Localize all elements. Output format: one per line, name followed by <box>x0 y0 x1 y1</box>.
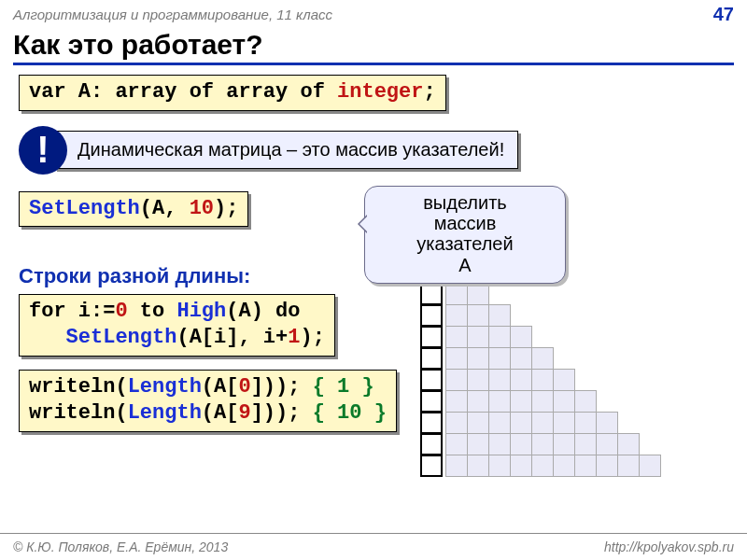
stair-row <box>420 347 554 370</box>
matrix-cell <box>510 347 532 370</box>
matrix-cell <box>510 390 532 413</box>
bubble-line: массив <box>373 213 557 233</box>
matrix-cell <box>467 433 489 455</box>
code-setlength: SetLength(A, 10); <box>19 191 248 228</box>
matrix-cell <box>488 304 511 327</box>
matrix-cell <box>445 412 468 434</box>
matrix-cell <box>467 326 489 348</box>
matrix-cell <box>445 347 468 370</box>
stair-row <box>420 283 489 305</box>
matrix-cell <box>510 369 532 391</box>
matrix-cell <box>574 390 597 413</box>
matrix-cell <box>596 412 618 434</box>
stair-row <box>420 412 618 434</box>
matrix-cell <box>445 455 468 477</box>
matrix-cell <box>617 455 640 477</box>
bubble-line: A <box>373 255 557 275</box>
callout-text: Динамическая матрица – это массив указат… <box>54 131 518 169</box>
matrix-cell <box>467 283 489 305</box>
bubble-line: выделить <box>373 192 557 213</box>
callout: ! Динамическая матрица – это массив указ… <box>19 126 728 175</box>
matrix-cell <box>531 347 554 370</box>
matrix-cell <box>596 433 618 455</box>
stair-row <box>420 390 597 413</box>
matrix-cell <box>531 390 554 413</box>
matrix-cell <box>445 390 468 413</box>
matrix-cell <box>467 369 489 391</box>
pointer-cell <box>420 455 443 477</box>
matrix-cell <box>488 412 511 434</box>
code-loop: for i:=0 to High(A) do SetLength(A[i], i… <box>19 294 335 357</box>
matrix-cell <box>639 455 661 477</box>
matrix-cell <box>467 347 489 370</box>
matrix-cell <box>445 369 468 391</box>
code-writeln: writeln(Length(A[0])); { 1 } writeln(Len… <box>19 370 397 432</box>
stair-row <box>420 304 511 327</box>
pointer-cell <box>420 347 443 370</box>
pointer-cell <box>420 390 443 413</box>
matrix-cell <box>488 347 511 370</box>
bubble-line: указателей <box>373 233 557 254</box>
matrix-cell <box>510 326 532 348</box>
matrix-cell <box>445 326 468 348</box>
matrix-cell <box>596 455 618 477</box>
matrix-cell <box>467 304 489 327</box>
matrix-cell <box>531 369 554 391</box>
matrix-cell <box>553 369 575 391</box>
matrix-cell <box>574 455 597 477</box>
staircase-diagram <box>420 261 728 485</box>
footer-authors: © К.Ю. Поляков, Е.А. Ерёмин, 2013 <box>13 539 228 554</box>
pointer-cell <box>420 304 443 327</box>
stair-row <box>420 326 532 348</box>
matrix-cell <box>510 412 532 434</box>
code-declaration: var A: array of array of integer; <box>19 75 446 111</box>
matrix-cell <box>553 390 575 413</box>
course-label: Алгоритмизация и программирование, 11 кл… <box>13 7 332 22</box>
matrix-cell <box>445 283 468 305</box>
matrix-cell <box>553 433 575 455</box>
pointer-cell <box>420 369 443 391</box>
matrix-cell <box>553 455 575 477</box>
matrix-cell <box>617 433 640 455</box>
matrix-cell <box>445 304 468 327</box>
pointer-cell <box>420 326 443 348</box>
pointer-cell <box>420 283 443 305</box>
matrix-cell <box>574 412 597 434</box>
matrix-cell <box>488 390 511 413</box>
matrix-cell <box>488 326 511 348</box>
matrix-cell <box>531 455 554 477</box>
matrix-cell <box>488 369 511 391</box>
bubble-note: выделить массив указателей A <box>364 186 566 285</box>
pointer-cell <box>420 412 443 434</box>
matrix-cell <box>488 433 511 455</box>
matrix-cell <box>553 412 575 434</box>
slide-title: Как это работает? <box>13 29 734 65</box>
matrix-cell <box>467 412 489 434</box>
stair-row <box>420 455 661 477</box>
matrix-cell <box>488 455 511 477</box>
matrix-cell <box>510 433 532 455</box>
stair-row <box>420 369 575 391</box>
page-number: 47 <box>713 4 734 25</box>
stair-row <box>420 433 640 455</box>
matrix-cell <box>445 433 468 455</box>
footer-url: http://kpolyakov.spb.ru <box>604 539 734 554</box>
matrix-cell <box>531 412 554 434</box>
matrix-cell <box>510 455 532 477</box>
matrix-cell <box>467 455 489 477</box>
pointer-cell <box>420 433 443 455</box>
exclamation-icon: ! <box>19 126 67 175</box>
matrix-cell <box>467 390 489 413</box>
matrix-cell <box>531 433 554 455</box>
matrix-cell <box>574 433 597 455</box>
